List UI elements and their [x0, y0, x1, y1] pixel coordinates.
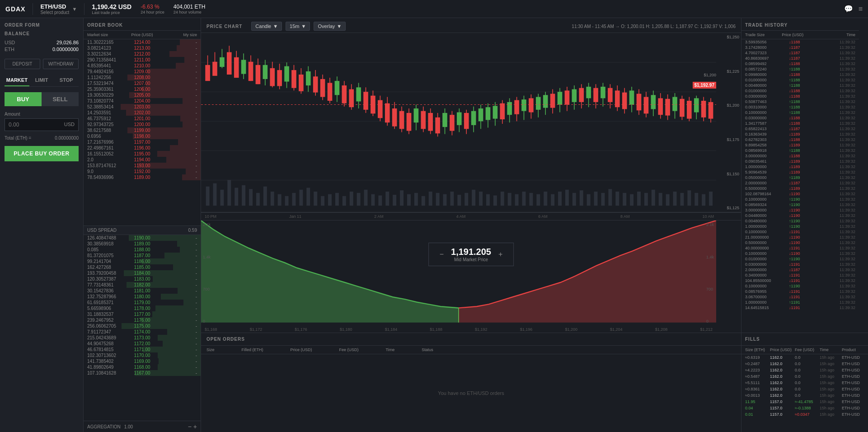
svg-rect-6 — [213, 183, 217, 206]
ob-ask-row[interactable]: 4.85395441 1210.00 - — [84, 63, 201, 69]
ob-ask-row[interactable]: 153.87147612 1193.00 - — [84, 163, 201, 169]
ob-ask-row[interactable]: 0.6956 1198.00 - — [84, 133, 201, 139]
ob-ask-row[interactable]: 2.0 1194.00 - — [84, 157, 201, 163]
ob-bid-row[interactable]: 256.06062705 1175.00 - — [84, 323, 201, 329]
total-value: 0.00000000 — [55, 136, 79, 141]
trade-history-row: 0.10000000 ↑1190 11:39:32 — [741, 197, 859, 202]
ob-bid-row[interactable]: 44.90475268 1172.00 - — [84, 341, 201, 347]
ob-ask-row[interactable]: 92.97343725 1200.00 - — [84, 122, 201, 127]
trade-history-row: 3.00000000 ↓1188 11:39:32 — [741, 153, 859, 159]
fills-col-time: Time — [820, 347, 840, 352]
ob-bid-row[interactable]: 141.7385402 1169.00 - — [84, 358, 201, 364]
ob-ask-row[interactable]: 79.44924156 1209.00 - — [84, 69, 201, 75]
withdraw-button[interactable]: WITHDRAW — [43, 59, 79, 69]
tab-stop[interactable]: STOP — [54, 75, 79, 86]
svg-rect-187 — [601, 87, 605, 98]
zoom-out-btn[interactable]: − — [436, 250, 447, 258]
ob-ask-row[interactable]: 25.35903361 1206.00 - — [84, 86, 201, 92]
chat-icon[interactable]: 💬 — [844, 5, 853, 13]
trade-history-row: 0.08599492 ↓1188 11:39:32 — [741, 61, 859, 66]
ob-bid-row[interactable]: 193.79200458 1184.00 - — [84, 270, 201, 276]
trade-history-row: 0.03000000 ↓1191 11:39:32 — [741, 262, 859, 267]
chart-overlay-dropdown[interactable]: Overlay ▼ — [314, 22, 346, 31]
ob-bid-row[interactable]: 102.30713602 1170.00 - — [84, 352, 201, 358]
trade-history-row: 104.85500000 ↓1191 11:39:32 — [741, 278, 859, 283]
menu-icon[interactable]: ≡ — [859, 5, 863, 13]
chart-timeframe-dropdown[interactable]: 15m ▼ — [286, 22, 310, 31]
sell-button[interactable]: SELL — [42, 92, 79, 106]
fills-row: ≈5.5111 1162.0 0.0 15h ago ETH-USD — [741, 380, 868, 386]
deposit-button[interactable]: DEPOSIT — [5, 59, 40, 69]
ob-bid-row[interactable]: 99.2141704 1186.00 - — [84, 258, 201, 264]
ob-col-my-size: My size — [160, 33, 197, 37]
ob-bid-row[interactable]: 132.75287966 1180.00 - — [84, 294, 201, 300]
ob-ask-row[interactable]: 46.7375912 1201.00 - — [84, 116, 201, 122]
pair-dropdown-icon[interactable]: ▼ — [72, 6, 77, 12]
trade-history-col-headers: Trade Size Price (USD) Time — [741, 31, 859, 39]
pair-selector[interactable]: ETH/USD Select product ▼ — [33, 3, 77, 15]
aggregation-decrease-btn[interactable]: − — [188, 423, 192, 430]
ob-bid-row[interactable]: 239.2467952 1176.00 - — [84, 317, 201, 323]
trade-history-row: 9.89854258 ↓1189 11:39:32 — [741, 142, 859, 148]
chart-header: PRICE CHART Candle ▼ 15m ▼ Overlay ▼ 11:… — [201, 18, 741, 33]
tab-limit[interactable]: LIMIT — [29, 75, 54, 86]
ob-ask-row[interactable]: 52.38853414 1203.00 - — [84, 104, 201, 110]
svg-rect-38 — [443, 194, 447, 206]
place-order-button[interactable]: PLACE BUY ORDER — [5, 146, 79, 161]
ob-bid-row[interactable]: 107.10841628 1167.00 - — [84, 370, 201, 376]
trade-history-rows: 3.59935056 ↓1188 11:39:32 3.17428000 ↓11… — [741, 39, 859, 333]
aggregation-increase-btn[interactable]: + — [193, 423, 197, 430]
zoom-in-btn[interactable]: + — [495, 250, 506, 258]
buy-sell-buttons: BUY SELL — [5, 92, 79, 106]
svg-rect-23 — [335, 193, 339, 206]
trade-history-title: TRADE HISTORY — [741, 18, 859, 31]
svg-rect-37 — [436, 193, 440, 206]
svg-rect-17 — [292, 193, 296, 206]
ob-bid-row[interactable]: 7.91172347 1174.00 - — [84, 329, 201, 335]
ob-bid-row[interactable]: 31.18832537 1177.00 - — [84, 311, 201, 317]
ob-bid-row[interactable]: 120.30527387 1183.00 - — [84, 276, 201, 282]
aggregation-value: 1.00 — [124, 424, 133, 429]
ob-bid-row[interactable]: 5.66598906 1178.00 - — [84, 305, 201, 311]
open-orders-col-headers: Size Filled (ETH) Price (USD) Fee (USD) … — [201, 346, 741, 354]
ob-bid-row[interactable]: 215.04243689 1173.00 - — [84, 335, 201, 341]
ob-bid-row[interactable]: 162.427268 1185.00 - — [84, 264, 201, 270]
amount-input[interactable] — [5, 119, 61, 131]
ob-ask-row[interactable]: 22.49867161 1196.00 - — [84, 145, 201, 151]
ob-ask-row[interactable]: 11.30222165 1214.00 - — [84, 39, 201, 45]
ob-ask-row[interactable]: 19.30530229 1205.00 - — [84, 92, 201, 98]
ob-ask-row[interactable]: 73.10820774 1204.00 - — [84, 98, 201, 104]
ob-ask-row[interactable]: 3.08214123 1213.00 - — [84, 45, 201, 51]
price-scale: $1,250 $1,225 $1,200 $1,175 $1,150 $1,12… — [716, 33, 741, 212]
ob-ask-row[interactable]: 9.0 1192.00 - — [84, 169, 201, 174]
svg-rect-131 — [399, 111, 404, 129]
ob-ask-row[interactable]: 38.6217588 1199.00 - — [84, 127, 201, 133]
ob-ask-row[interactable]: 78.54936996 1189.00 - — [84, 174, 201, 180]
ob-bid-row[interactable]: 46.67814815 1171.00 - — [84, 347, 201, 352]
ob-bid-row[interactable]: 61.69185371 1179.00 - — [84, 300, 201, 305]
tab-market[interactable]: MARKET — [5, 75, 29, 86]
open-orders-header: OPEN ORDERS — [201, 333, 741, 346]
usd-amount: 29,026.86 — [56, 40, 79, 45]
ob-bid-row[interactable]: 30.38569918 1189.00 - — [84, 241, 201, 247]
ob-ask-row[interactable]: 290.71358441 1211.00 - — [84, 57, 201, 63]
ob-bid-row[interactable]: 0.085 1188.00 - — [84, 247, 201, 253]
ob-ask-row[interactable]: 14.2503591 1202.00 - — [84, 110, 201, 116]
fills-row: ≈0.5487 1162.0 0.0 15h ago ETH-USD — [741, 373, 868, 380]
ob-ask-row[interactable]: 1.11242256 1208.00 - — [84, 75, 201, 80]
ob-ask-row[interactable]: 17.21676996 1197.00 - — [84, 139, 201, 145]
trade-history-row: 0.10000000 ↓1190 11:39:32 — [741, 251, 859, 256]
ob-ask-row[interactable]: 17.53219474 1207.00 - — [84, 80, 201, 86]
ob-bid-row[interactable]: 77.73148361 1182.00 - — [84, 282, 201, 288]
buy-button[interactable]: BUY — [5, 92, 42, 106]
ob-bid-row[interactable]: 30.15427836 1181.00 - — [84, 288, 201, 294]
ob-ask-row[interactable]: 16.15512052 1195.00 - — [84, 151, 201, 157]
ob-bid-row[interactable]: 81.37201075 1187.00 - — [84, 253, 201, 258]
ob-bid-row[interactable]: 126.40847488 1190.00 - — [84, 235, 201, 241]
ob-ask-row[interactable]: 3.30212634 1212.00 - — [84, 51, 201, 57]
oo-col-time: Time — [386, 347, 395, 352]
chart-type-dropdown[interactable]: Candle ▼ — [251, 22, 282, 31]
svg-rect-211 — [687, 101, 692, 119]
svg-rect-27 — [364, 190, 368, 206]
ob-bid-row[interactable]: 41.89802649 1168.00 - — [84, 364, 201, 370]
